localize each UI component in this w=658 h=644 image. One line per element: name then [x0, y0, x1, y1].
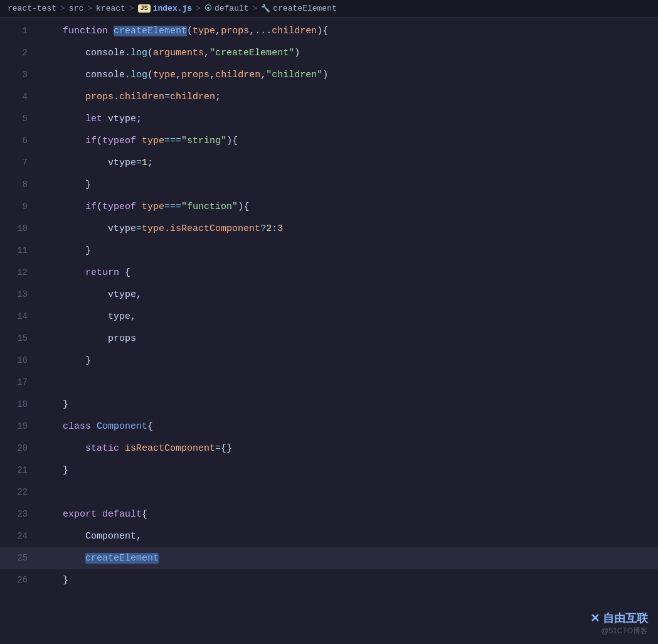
code-line-19: 19 class Component{ [0, 416, 658, 437]
line-content-10: vtype=type.isReactComponent?2:3 [38, 218, 658, 240]
watermark-sub: @51CTO博客 [590, 626, 648, 636]
line-content-19: class Component{ [38, 416, 658, 437]
code-line-11: 11 } [0, 240, 658, 262]
breadcrumb-indexjs[interactable]: index.js [153, 4, 192, 13]
line-num-8: 8 [0, 174, 38, 195]
breadcrumb-react-test[interactable]: react-test [8, 4, 56, 13]
code-line-7: 7 vtype=1; [0, 152, 658, 174]
code-line-1: 1 function createElement(type,props,...c… [0, 20, 658, 42]
code-line-18: 18 } [0, 394, 658, 416]
code-line-17: 17 [0, 372, 658, 394]
line-num-1: 1 [0, 20, 38, 41]
code-line-25: 25 createElement [0, 547, 658, 569]
code-line-24: 24 Component, [0, 525, 658, 547]
line-num-16: 16 [0, 350, 38, 371]
code-line-22: 22 [0, 481, 658, 503]
breadcrumb: react-test > src > kreact > JS index.js … [0, 0, 658, 18]
code-line-26: 26 } [0, 569, 658, 591]
breadcrumb-createelement[interactable]: createElement [273, 4, 336, 13]
code-line-20: 20 static isReactComponent={} [0, 437, 658, 459]
line-content-25: createElement [38, 548, 658, 569]
line-num-21: 21 [0, 459, 38, 481]
breadcrumb-src[interactable]: src [69, 4, 83, 13]
line-num-24: 24 [0, 525, 38, 547]
code-line-14: 14 type, [0, 306, 658, 328]
line-num-18: 18 [0, 394, 38, 415]
line-num-10: 10 [0, 218, 38, 239]
code-line-15: 15 props [0, 328, 658, 350]
line-content-8: } [38, 174, 658, 196]
line-num-13: 13 [0, 284, 38, 305]
line-num-3: 3 [0, 64, 38, 85]
code-line-3: 3 console.log(type,props,children,"child… [0, 64, 658, 86]
line-content-23: export default{ [38, 504, 658, 525]
line-num-6: 6 [0, 130, 38, 151]
line-content-2: console.log(arguments,"createElement") [38, 43, 658, 64]
symbol-icon: ⦿ [204, 4, 212, 13]
line-content-22 [38, 482, 658, 503]
code-line-10: 10 vtype=type.isReactComponent?2:3 [0, 218, 658, 240]
code-line-5: 5 let vtype; [0, 108, 658, 130]
function-icon: 🔧 [261, 4, 270, 13]
line-content-9: if(typeof type==="function"){ [38, 196, 658, 218]
line-content-26: } [38, 570, 658, 591]
code-line-4: 4 props.children=children; [0, 86, 658, 108]
watermark-logo: ✕ 自由互联 [590, 611, 648, 626]
line-content-3: console.log(type,props,children,"childre… [38, 65, 658, 86]
line-content-21: } [38, 460, 658, 481]
line-num-14: 14 [0, 306, 38, 327]
line-content-12: return { [38, 262, 658, 284]
code-editor: 1 function createElement(type,props,...c… [0, 18, 658, 594]
line-content-4: props.children=children; [38, 87, 658, 108]
line-num-7: 7 [0, 152, 38, 173]
line-content-15: props [38, 328, 658, 350]
line-content-7: vtype=1; [38, 153, 658, 174]
code-line-2: 2 console.log(arguments,"createElement") [0, 42, 658, 64]
code-line-8: 8 } [0, 174, 658, 196]
line-num-23: 23 [0, 503, 38, 525]
line-num-19: 19 [0, 416, 38, 437]
line-content-17 [38, 372, 658, 394]
line-num-25: 25 [0, 547, 38, 569]
line-content-5: let vtype; [38, 109, 658, 130]
code-line-6: 6 if(typeof type==="string"){ [0, 130, 658, 152]
line-num-20: 20 [0, 437, 38, 459]
line-content-1: function createElement(type,props,...chi… [38, 21, 658, 42]
line-num-17: 17 [0, 372, 38, 393]
breadcrumb-kreact[interactable]: kreact [96, 4, 125, 13]
code-line-16: 16 } [0, 350, 658, 372]
line-num-2: 2 [0, 42, 38, 63]
line-content-11: } [38, 240, 658, 262]
line-num-12: 12 [0, 262, 38, 283]
watermark: ✕ 自由互联 @51CTO博客 [590, 611, 648, 636]
line-num-11: 11 [0, 240, 38, 261]
line-content-18: } [38, 394, 658, 416]
line-content-14: type, [38, 306, 658, 328]
code-line-21: 21 } [0, 459, 658, 481]
code-line-23: 23 export default{ [0, 503, 658, 525]
js-badge: JS [138, 4, 151, 13]
code-line-12: 12 return { [0, 262, 658, 284]
line-content-20: static isReactComponent={} [38, 438, 658, 459]
line-num-5: 5 [0, 108, 38, 129]
line-num-26: 26 [0, 569, 38, 591]
breadcrumb-default[interactable]: default [215, 4, 249, 13]
line-content-24: Component, [38, 526, 658, 547]
line-num-4: 4 [0, 86, 38, 107]
line-num-9: 9 [0, 196, 38, 217]
line-content-6: if(typeof type==="string"){ [38, 131, 658, 152]
line-content-13: vtype, [38, 284, 658, 306]
line-num-22: 22 [0, 481, 38, 503]
code-line-9: 9 if(typeof type==="function"){ [0, 196, 658, 218]
line-num-15: 15 [0, 328, 38, 349]
line-content-16: } [38, 350, 658, 372]
code-line-13: 13 vtype, [0, 284, 658, 306]
